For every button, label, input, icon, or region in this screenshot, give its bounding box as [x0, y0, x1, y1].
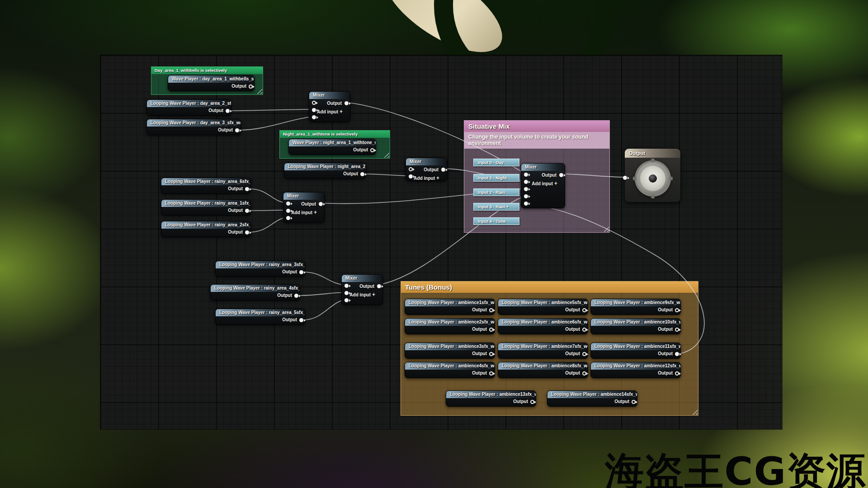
output-pin[interactable]: [245, 187, 249, 191]
wave-player-node[interactable]: Looping Wave Player : rainy_area_3sfx_wa…: [215, 261, 305, 277]
output-pin[interactable]: [675, 371, 679, 375]
wave-player-node[interactable]: Looping Wave Player : night_area_2_sfxOu…: [284, 163, 366, 179]
add-input-button[interactable]: Add input+: [414, 175, 439, 181]
comment-title[interactable]: Tunes (Bonus): [401, 282, 698, 293]
output-pin[interactable]: [559, 173, 563, 177]
comment-title[interactable]: Day_area_1_withbells is selectively: [151, 67, 263, 74]
add-input-button[interactable]: Add input+: [291, 209, 317, 216]
output-pin[interactable]: [249, 84, 253, 89]
comment-title[interactable]: Night_area_1_withtone is selectively: [280, 131, 390, 138]
mixer-node[interactable]: MixerOutputAdd input+: [309, 91, 350, 122]
wave-player-node[interactable]: Looping Wave Player : ambience6sfx_wavOu…: [498, 318, 588, 334]
output-pin[interactable]: [582, 352, 586, 356]
input-pin[interactable]: [344, 291, 349, 295]
output-pin[interactable]: [441, 168, 445, 172]
add-input-button[interactable]: Add input+: [317, 108, 343, 115]
wave-player-node[interactable]: Looping Wave Player : day_area_2_sfx_Out…: [146, 99, 231, 116]
input-pin[interactable]: [286, 209, 290, 213]
add-input-button[interactable]: Add input+: [349, 291, 375, 298]
output-pin[interactable]: [489, 308, 493, 312]
output-pin[interactable]: [530, 400, 534, 404]
input-pin[interactable]: [286, 216, 290, 220]
wave-player-node[interactable]: Looping Wave Player : ambience7sfx_wavOu…: [498, 343, 588, 359]
wave-player-node[interactable]: Looping Wave Player : rainy_area_1sfx_wa…: [161, 199, 251, 216]
wire[interactable]: [239, 117, 313, 130]
output-pin[interactable]: [299, 270, 303, 274]
wave-player-node[interactable]: Wave Player : night_area_1_withtone_sfxO…: [288, 139, 376, 155]
resize-grip-icon[interactable]: [257, 89, 262, 94]
output-pin[interactable]: [632, 400, 636, 404]
wave-player-node[interactable]: Looping Wave Player : ambience11sfx_wavO…: [590, 343, 681, 359]
mixer-node[interactable]: MixerOutputAdd input+: [283, 192, 325, 223]
wave-player-node[interactable]: Looping Wave Player : ambience9sfx_wavOu…: [590, 299, 681, 315]
mixer-node[interactable]: MixerOutputAdd input+: [341, 274, 383, 305]
wire[interactable]: [298, 292, 346, 296]
wave-player-node[interactable]: Looping Wave Player : ambience1sfx_wavOu…: [405, 299, 495, 315]
wire[interactable]: [249, 210, 288, 211]
input-pin[interactable]: [312, 101, 316, 105]
add-input-button[interactable]: Add input+: [532, 180, 557, 187]
output-pin[interactable]: [294, 294, 298, 298]
wire[interactable]: [249, 217, 288, 232]
wire[interactable]: [249, 189, 288, 203]
wire[interactable]: [364, 174, 410, 176]
resize-grip-icon[interactable]: [692, 409, 698, 415]
comment-title[interactable]: Situative Mix: [464, 121, 609, 132]
input-pin[interactable]: [312, 115, 316, 119]
wave-player-node[interactable]: Looping Wave Player : day_area_3_sfx_wav…: [146, 119, 241, 135]
input-pin[interactable]: [344, 298, 349, 302]
situative-input-label[interactable]: Input 3 - Rain +: [473, 203, 519, 211]
audio-output-node[interactable]: Output: [624, 148, 681, 202]
output-pin[interactable]: [489, 352, 493, 356]
output-pin[interactable]: [489, 328, 493, 332]
input-pin[interactable]: [312, 108, 316, 112]
wave-player-node[interactable]: Looping Wave Player : ambience2sfx_wavOu…: [405, 318, 495, 334]
input-pin[interactable]: [409, 167, 413, 171]
input-pin[interactable]: [344, 284, 349, 288]
output-pin[interactable]: [675, 328, 679, 332]
input-pin[interactable]: [524, 180, 528, 184]
input-pin[interactable]: [524, 194, 528, 198]
wave-player-node[interactable]: Looping Wave Player : ambience5sfx_wavOu…: [498, 299, 588, 315]
input-pin[interactable]: [524, 173, 528, 177]
wave-player-node[interactable]: Looping Wave Player : ambience10sfx_wavO…: [590, 318, 681, 334]
wave-player-node[interactable]: Looping Wave Player : rainy_area_4sfx_wa…: [210, 284, 300, 300]
input-pin[interactable]: [524, 202, 528, 206]
output-pin[interactable]: [235, 128, 239, 132]
output-pin[interactable]: [360, 172, 364, 176]
output-pin[interactable]: [675, 308, 679, 312]
wave-player-node[interactable]: Looping Wave Player : ambience8sfx_wavOu…: [498, 362, 588, 378]
wave-player-node[interactable]: Looping Wave Player : ambience12sfx_wavO…: [590, 362, 681, 378]
input-pin[interactable]: [409, 174, 413, 178]
wave-player-node[interactable]: Wave Player : day_area_1_withbells_sfx_O…: [168, 75, 255, 91]
wave-player-node[interactable]: Looping Wave Player : ambience3sfx_wavOu…: [405, 343, 495, 359]
resize-grip-icon[interactable]: [384, 152, 389, 158]
input-pin[interactable]: [286, 202, 290, 206]
resize-grip-icon[interactable]: [604, 226, 609, 232]
situative-input-label[interactable]: Input 2 - Rain: [473, 188, 519, 196]
output-pin[interactable]: [344, 101, 349, 105]
input-pin[interactable]: [524, 187, 528, 191]
output-pin[interactable]: [226, 109, 230, 113]
input-pin[interactable]: [623, 176, 627, 180]
situative-input-label[interactable]: Input 4 - Tune: [473, 217, 519, 225]
mixer-node[interactable]: MixerOutputAdd input+: [521, 163, 565, 208]
output-pin[interactable]: [582, 371, 586, 375]
output-pin[interactable]: [370, 148, 374, 152]
output-pin[interactable]: [582, 328, 586, 332]
wave-player-node[interactable]: Looping Wave Player : rainy_area_5sfx_wa…: [215, 309, 305, 325]
output-pin[interactable]: [675, 352, 679, 356]
wire[interactable]: [230, 109, 313, 111]
situative-input-label[interactable]: Input 0 - Day: [473, 159, 519, 166]
wire[interactable]: [303, 272, 346, 285]
wave-player-node[interactable]: Looping Wave Player : rainy_area_2sfx_wa…: [161, 221, 251, 237]
output-pin[interactable]: [319, 202, 323, 206]
wave-player-node[interactable]: Looping Wave Player : ambience4sfx_wavOu…: [405, 362, 495, 378]
output-pin[interactable]: [299, 318, 303, 322]
output-pin[interactable]: [489, 371, 493, 375]
output-pin[interactable]: [245, 209, 249, 213]
wave-player-node[interactable]: Looping Wave Player : ambience13sfx_wavO…: [446, 390, 536, 407]
wire[interactable]: [303, 300, 346, 320]
output-pin[interactable]: [245, 230, 249, 235]
mixer-node[interactable]: MixerOutputAdd input+: [406, 158, 447, 181]
